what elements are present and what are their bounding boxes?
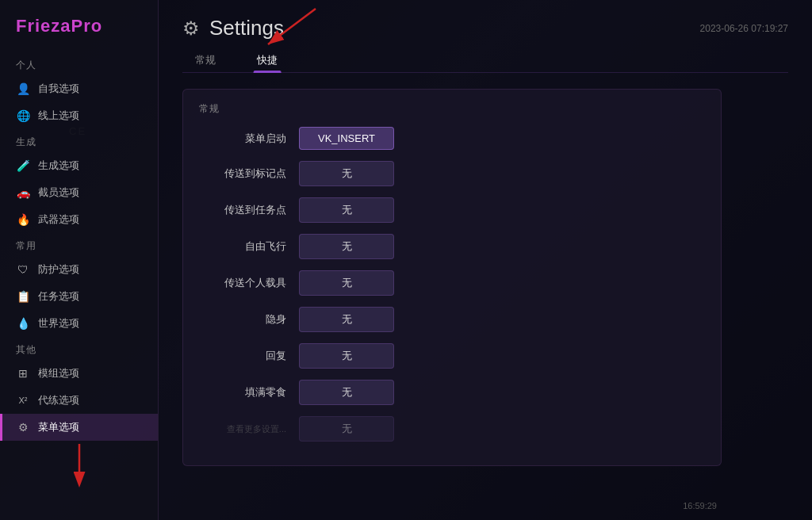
sidebar-label-module-options: 模组选项: [38, 366, 79, 380]
sidebar-label-menu-options: 菜单选项: [38, 420, 79, 434]
clipboard-icon: 📋: [16, 289, 30, 304]
section-other: 其他: [0, 337, 158, 360]
setting-value-send-marker[interactable]: 无: [299, 161, 394, 186]
sidebar-item-module-options[interactable]: ⊞ 模组选项: [0, 360, 158, 387]
bottom-timestamp: 16:59:29: [683, 501, 717, 510]
setting-value-send-vehicle[interactable]: 无: [299, 270, 394, 296]
flask-icon: 🧪: [16, 159, 30, 173]
sidebar-label-player-options: 截员选项: [38, 185, 79, 200]
sidebar-label-online-options: 线上选项: [38, 109, 79, 123]
setting-row-menu-launch: 菜单启动 VK_INSERT: [199, 127, 705, 150]
setting-label-send-vehicle: 传送个人载具: [199, 276, 286, 290]
sidebar-label-generate-options: 生成选项: [38, 159, 79, 173]
setting-label-send-mission: 传送到任务点: [199, 203, 286, 217]
setting-row-fill-snacks: 填满零食 无: [199, 380, 705, 405]
setting-row-send-mission: 传送到任务点 无: [199, 197, 705, 223]
setting-value-stealth[interactable]: 无: [299, 307, 394, 332]
settings-panel: 常规 菜单启动 VK_INSERT 传送到标记点 无 传送到任务点 无 自由飞行…: [182, 89, 722, 466]
sidebar-item-world-options[interactable]: 💧 世界选项: [0, 310, 158, 337]
panel-section-label: 常规: [199, 102, 705, 116]
setting-label-recover: 回复: [199, 349, 286, 363]
fire-icon: 🔥: [16, 212, 30, 227]
setting-label-free-fly: 自由飞行: [199, 239, 286, 254]
x2-icon: X²: [16, 393, 30, 407]
tab-shortcut[interactable]: 快捷: [244, 48, 290, 72]
sidebar-label-world-options: 世界选项: [38, 316, 79, 331]
grid-icon: ⊞: [16, 366, 30, 380]
globe-icon: 🌐: [16, 109, 30, 123]
tab-normal[interactable]: 常规: [182, 48, 228, 72]
setting-value-send-mission[interactable]: 无: [299, 197, 394, 223]
sidebar-item-self-options[interactable]: 👤 自我选项: [0, 75, 158, 102]
setting-label-stealth: 隐身: [199, 312, 286, 327]
tabs-container: 常规 快捷: [182, 48, 788, 73]
sidebar-item-weapon-options[interactable]: 🔥 武器选项: [0, 206, 158, 233]
setting-label-more: 查看更多设置...: [199, 423, 286, 435]
setting-value-fill-snacks[interactable]: 无: [299, 380, 394, 405]
person-icon: 👤: [16, 82, 30, 96]
setting-row-more: 查看更多设置... 无: [199, 416, 705, 442]
setting-row-send-marker: 传送到标记点 无: [199, 161, 705, 186]
sidebar-item-trainer-options[interactable]: X² 代练选项: [0, 387, 158, 414]
main-content: ⚙ Settings 2023-06-26 07:19:27 常规 快捷 常规: [159, 0, 812, 520]
car-icon: 🚗: [16, 185, 30, 200]
sidebar-item-player-options[interactable]: 🚗 截员选项: [0, 179, 158, 206]
sidebar-item-mission-options[interactable]: 📋 任务选项: [0, 283, 158, 310]
section-generate: 生成: [0, 129, 158, 152]
tab-arrow-indicator: [252, 5, 347, 52]
settings-gear-icon: ⚙: [182, 17, 200, 40]
setting-row-send-vehicle: 传送个人载具 无: [199, 270, 705, 296]
section-common: 常用: [0, 233, 158, 256]
setting-label-fill-snacks: 填满零食: [199, 385, 286, 400]
setting-value-more[interactable]: 无: [299, 416, 394, 442]
sidebar-item-online-options[interactable]: 🌐 线上选项: [0, 102, 158, 129]
sidebar-item-generate-options[interactable]: 🧪 生成选项: [0, 152, 158, 179]
sidebar-item-menu-options[interactable]: ⚙ 菜单选项: [0, 414, 158, 441]
setting-row-recover: 回复 无: [199, 343, 705, 369]
setting-value-free-fly[interactable]: 无: [299, 234, 394, 259]
setting-label-send-marker: 传送到标记点: [199, 166, 286, 181]
sidebar-label-mission-options: 任务选项: [38, 289, 79, 304]
setting-value-menu-launch[interactable]: VK_INSERT: [299, 127, 394, 150]
datetime-display: 2023-06-26 07:19:27: [700, 23, 788, 34]
setting-row-free-fly: 自由飞行 无: [199, 234, 705, 259]
gear-sidebar-icon: ⚙: [16, 420, 30, 434]
menu-options-arrow: [63, 440, 143, 488]
droplet-icon: 💧: [16, 316, 30, 331]
sidebar-label-self-options: 自我选项: [38, 82, 79, 96]
shield-icon: 🛡: [16, 262, 30, 277]
setting-label-menu-launch: 菜单启动: [199, 132, 286, 146]
section-personal: 个人: [0, 52, 158, 75]
app-logo: FriezaPro: [0, 16, 158, 52]
sidebar-label-weapon-options: 武器选项: [38, 212, 79, 227]
sidebar-label-trainer-options: 代练选项: [38, 393, 79, 407]
setting-row-stealth: 隐身 无: [199, 307, 705, 332]
setting-value-recover[interactable]: 无: [299, 343, 394, 369]
sidebar-item-protection-options[interactable]: 🛡 防护选项: [0, 256, 158, 283]
sidebar-label-protection-options: 防护选项: [38, 262, 79, 277]
